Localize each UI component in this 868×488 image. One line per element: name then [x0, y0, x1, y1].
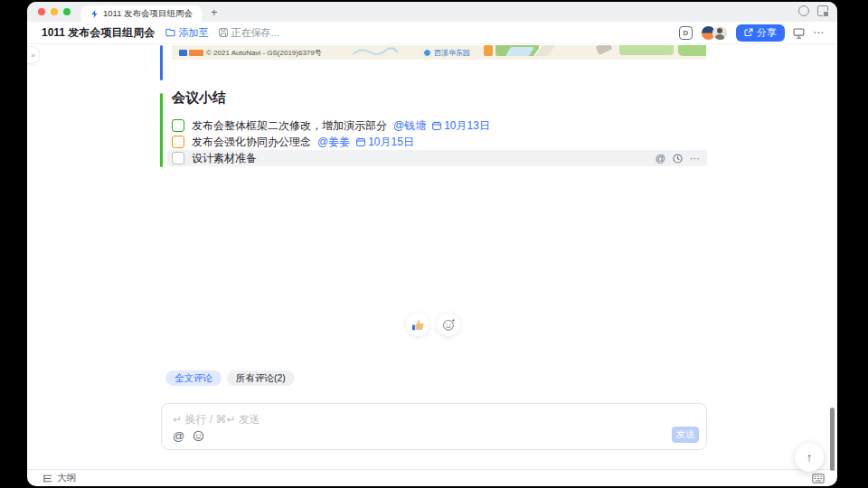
tab-title: 1011 发布会项目组周会 — [103, 8, 193, 20]
share-button[interactable]: 分享 — [736, 24, 785, 42]
status-bar: 大纲 — [27, 469, 837, 486]
todo-row[interactable]: 发布会强化协同办公理念 @姜姜 10月15日 — [167, 134, 707, 150]
checkbox[interactable] — [172, 119, 184, 132]
map-place-label: 西溪华东园 — [423, 48, 470, 58]
vertical-scrollbar[interactable] — [830, 408, 835, 471]
add-to-button[interactable]: 添加至 — [165, 26, 208, 40]
app-window: 1011 发布会项目组周会 + 1011 发布会项目组周会 添加至 正在保存..… — [27, 2, 837, 486]
todo-row[interactable]: 发布会整体框架二次修改，增加演示部分 @钱塘 10月13日 — [167, 117, 707, 134]
map-logo-text — [189, 50, 203, 56]
todo-row[interactable]: 设计素材准备 @ ⋯ — [167, 150, 707, 166]
doc-title: 1011 发布会项目组周会 — [42, 25, 155, 41]
row-more-icon[interactable]: ⋯ — [690, 153, 700, 164]
collaborator-avatars — [701, 25, 728, 41]
collaborator-selection-bar-blue — [160, 45, 163, 80]
comment-placeholder: ↵ 换行 / ⌘↵ 发送 — [173, 412, 260, 427]
close-window-button[interactable] — [38, 8, 45, 15]
tab-all-comments[interactable]: 所有评论(2) — [227, 371, 295, 386]
thumbs-up-reaction-button[interactable] — [406, 313, 429, 336]
profile-circle-icon[interactable] — [798, 5, 809, 16]
tab-doc[interactable]: 1011 发布会项目组周会 — [81, 5, 202, 22]
back-to-top-button[interactable]: ↑ — [795, 443, 824, 472]
comment-input[interactable]: ↵ 换行 / ⌘↵ 发送 @ 发送 — [161, 403, 707, 450]
todo-text: 设计素材准备 — [192, 151, 257, 166]
present-icon[interactable] — [793, 27, 805, 39]
saving-status: 正在保存... — [219, 26, 278, 40]
checkbox[interactable] — [172, 152, 184, 164]
expand-sidebar-button[interactable]: » — [27, 46, 40, 64]
section-heading: 会议小结 — [172, 89, 226, 107]
outline-toggle[interactable]: 大纲 — [42, 472, 76, 484]
todo-text: 发布会强化协同办公理念 — [192, 135, 311, 150]
add-reaction-button[interactable] — [437, 313, 460, 336]
outline-icon — [42, 474, 53, 483]
send-button[interactable]: 发送 — [672, 427, 699, 443]
window-controls — [38, 8, 71, 15]
map-logo-icon — [179, 50, 187, 56]
minimize-window-button[interactable] — [51, 8, 58, 15]
zoom-window-button[interactable] — [63, 8, 71, 15]
shortcuts-icon[interactable] — [812, 474, 825, 483]
new-tab-button[interactable]: + — [211, 6, 218, 18]
doc-favicon-icon — [90, 10, 99, 18]
folder-icon — [165, 28, 175, 37]
mention-link[interactable]: @钱塘 — [393, 118, 426, 134]
mention-button[interactable]: @ — [173, 429, 184, 443]
browser-tab-strip: 1011 发布会项目组周会 + — [27, 2, 837, 22]
due-date[interactable]: 10月13日 — [432, 118, 490, 134]
due-date[interactable]: 10月15日 — [356, 135, 414, 150]
map-attribution: © 2021 AutoNavi - GS(2019)6379号 — [179, 48, 322, 58]
more-menu-button[interactable]: ⋯ — [813, 26, 825, 39]
embedded-map-image[interactable]: © 2021 AutoNavi - GS(2019)6379号 西溪华东园 — [172, 45, 706, 60]
mention-icon[interactable]: @ — [656, 153, 665, 164]
avatar[interactable] — [712, 25, 728, 41]
doc-canvas[interactable]: » © 2021 AutoNavi - GS(2019)6379号 西溪华东园 — [27, 44, 837, 469]
doc-header: 1011 发布会项目组周会 添加至 正在保存... D 分享 — [27, 22, 837, 44]
reaction-bar — [406, 313, 460, 336]
emoji-button[interactable] — [193, 430, 204, 442]
reminder-clock-icon[interactable] — [673, 154, 683, 164]
comment-tabs: 全文评论 所有评论(2) — [165, 371, 295, 386]
share-icon — [744, 28, 753, 37]
checkbox[interactable] — [172, 136, 184, 148]
record-icon[interactable]: D — [679, 26, 693, 40]
save-icon — [219, 28, 228, 37]
todo-list: 发布会整体框架二次修改，增加演示部分 @钱塘 10月13日 发布会强化协同办公理… — [167, 117, 707, 166]
mention-link[interactable]: @姜姜 — [317, 135, 350, 150]
todo-text: 发布会整体框架二次修改，增加演示部分 — [192, 118, 387, 134]
tab-fulltext-comments[interactable]: 全文评论 — [165, 371, 222, 386]
multi-window-icon[interactable] — [817, 5, 828, 16]
map-place-icon — [423, 49, 431, 57]
collaborator-selection-bar-green — [160, 93, 163, 167]
